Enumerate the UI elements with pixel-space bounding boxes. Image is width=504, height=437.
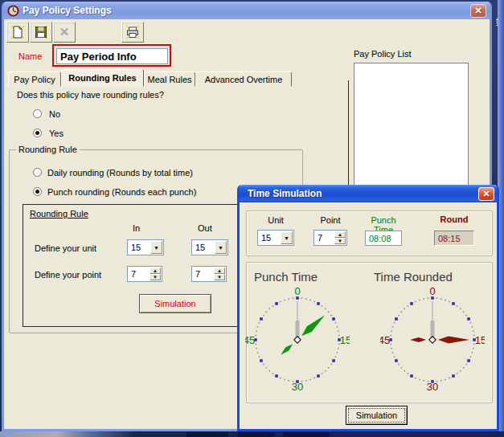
tab-strip: Pay Policy Rounding Rules Meal Rules Adv…: [8, 69, 292, 87]
radio-daily-rounding[interactable]: [33, 168, 42, 177]
pay-policy-list-label: Pay Policy List: [354, 49, 412, 59]
punch-time-clock: 0153045: [245, 288, 350, 392]
unit-in-combo[interactable]: 15 ▼: [127, 239, 164, 255]
chevron-down-icon[interactable]: ▼: [150, 241, 162, 254]
radio-daily-label[interactable]: Daily rounding (Rounds by total time): [47, 168, 193, 178]
sim-point-spinner[interactable]: 7 ▲▼: [313, 230, 347, 246]
svg-text:15: 15: [475, 334, 485, 346]
spin-down-icon[interactable]: ▼: [334, 238, 346, 244]
sim-simulation-button[interactable]: Simulation: [346, 406, 408, 425]
new-document-icon: [10, 24, 26, 40]
background-text-blob: [186, 432, 228, 437]
spin-down-icon[interactable]: ▼: [150, 274, 161, 280]
rounding-rule-group-title: Rounding Rule: [16, 145, 80, 154]
close-icon: ✕: [474, 6, 481, 16]
unit-label: Unit: [257, 215, 294, 225]
chevron-down-icon[interactable]: ▼: [281, 231, 293, 244]
time-simulation-dialog: Time Simulation ✕ Unit Point Punch Time …: [237, 185, 499, 431]
col-out-label: Out: [198, 223, 212, 233]
spin-up-icon[interactable]: ▲: [334, 231, 346, 238]
point-out-spinner[interactable]: 7 ▲▼: [191, 266, 227, 282]
name-field-highlight: [52, 44, 171, 67]
svg-text:45: 45: [380, 334, 390, 346]
main-titlebar[interactable]: Pay Policy Settings ✕: [4, 2, 490, 19]
main-window-title: Pay Policy Settings: [23, 5, 112, 16]
radio-punch-label[interactable]: Punch rounding (Rounds each punch): [47, 187, 196, 197]
radio-yes-label[interactable]: Yes: [49, 129, 64, 138]
define-point-label: Define your point: [35, 270, 101, 280]
point-in-spinner[interactable]: 7 ▲▼: [127, 266, 162, 282]
sim-close-button[interactable]: ✕: [478, 187, 494, 201]
round-field: 08:15: [434, 231, 474, 246]
rounding-question: Does this policy have rounding rules?: [17, 90, 164, 100]
name-input[interactable]: [56, 48, 168, 64]
floppy-disk-icon: [33, 24, 49, 40]
app-clock-icon: [7, 5, 19, 17]
point-label: Point: [313, 215, 347, 225]
round-label: Round: [432, 214, 476, 224]
define-unit-label: Define your unit: [35, 243, 96, 253]
time-rounded-clock: 0153045: [380, 288, 485, 392]
save-button[interactable]: [30, 22, 52, 43]
background-text-blob: [238, 432, 275, 437]
delete-button[interactable]: ✕: [53, 22, 76, 43]
tab-advanced-overtime[interactable]: Advanced Overtime: [195, 71, 292, 87]
svg-text:30: 30: [292, 381, 303, 392]
left-clock-title: Punch Time: [254, 270, 318, 284]
spin-up-icon[interactable]: ▲: [150, 268, 161, 274]
background-text-blob: [283, 432, 330, 437]
main-close-button[interactable]: ✕: [470, 4, 486, 18]
tab-pay-policy[interactable]: Pay Policy: [8, 71, 61, 87]
col-in-label: In: [133, 223, 140, 233]
svg-text:0: 0: [294, 288, 300, 297]
radio-yes[interactable]: [33, 129, 42, 137]
print-button[interactable]: [121, 22, 144, 43]
svg-text:0: 0: [429, 288, 435, 297]
svg-text:45: 45: [245, 334, 255, 346]
radio-punch-rounding[interactable]: [33, 187, 42, 196]
name-label: Name: [18, 51, 42, 61]
radio-no-label[interactable]: No: [49, 109, 60, 119]
delete-x-icon: ✕: [59, 25, 70, 39]
radio-no[interactable]: [33, 109, 42, 118]
spin-up-icon[interactable]: ▲: [214, 268, 225, 274]
close-icon: ✕: [482, 189, 490, 199]
sim-dialog-title: Time Simulation: [248, 188, 322, 199]
chevron-down-icon[interactable]: ▼: [215, 241, 227, 254]
sim-titlebar[interactable]: Time Simulation ✕: [240, 185, 497, 202]
printer-icon: [125, 24, 141, 40]
sim-unit-combo[interactable]: 15 ▼: [257, 230, 294, 246]
spin-down-icon[interactable]: ▼: [214, 274, 225, 280]
unit-out-combo[interactable]: 15 ▼: [191, 239, 228, 255]
background-link[interactable]: t: [496, 16, 498, 26]
svg-text:30: 30: [427, 381, 438, 392]
panel-heading: Rounding Rule: [30, 209, 88, 218]
svg-text:15: 15: [340, 334, 350, 346]
new-button[interactable]: [6, 22, 29, 43]
tab-rounding-rules[interactable]: Rounding Rules: [61, 69, 144, 87]
tab-meal-rules[interactable]: Meal Rules: [144, 71, 195, 87]
simulation-button[interactable]: Simulation: [139, 294, 211, 313]
right-clock-title: Time Rounded: [374, 270, 453, 284]
punch-time-field[interactable]: 08:08: [365, 231, 402, 246]
